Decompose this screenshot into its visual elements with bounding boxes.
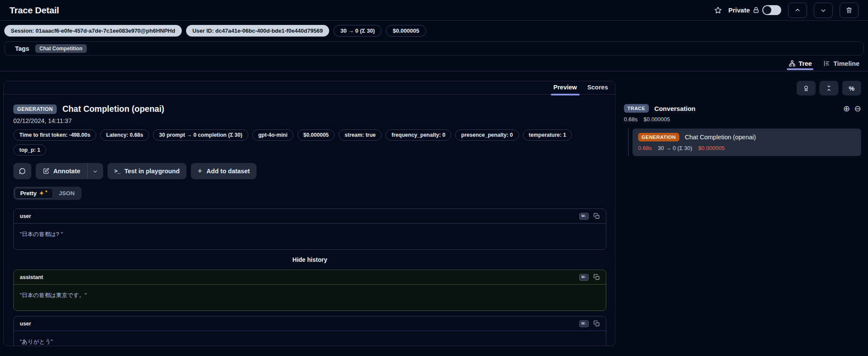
generation-node-selected[interactable]: GENERATION Chat Completion (openai) 0.68… xyxy=(633,129,861,156)
annotate-label: Annotate xyxy=(53,168,80,175)
tags-container: Tags Chat Competition xyxy=(4,41,864,55)
generation-node-title: Chat Completion (openai) xyxy=(685,134,756,141)
copy-icon[interactable] xyxy=(593,213,600,219)
message-user-1: user M↓ "日本の首都は? " xyxy=(13,209,606,250)
markdown-toggle-icon[interactable]: M↓ xyxy=(579,213,589,220)
chevron-down-icon xyxy=(92,169,98,174)
observation-header: GENERATION Chat Completion (openai) xyxy=(13,104,605,114)
sparkles-icon: ✦ xyxy=(45,190,48,193)
tags-label: Tags xyxy=(15,45,29,52)
timeline-icon xyxy=(823,60,830,67)
message-content: "日本の首都は? " xyxy=(14,224,606,249)
tab-timeline-label: Timeline xyxy=(833,60,859,67)
page-title: Trace Detail xyxy=(9,5,59,15)
chevron-up-icon xyxy=(794,7,801,14)
message-role: assistant xyxy=(20,274,43,280)
lock-icon xyxy=(752,6,760,14)
observation-title: Chat Completion (openai) xyxy=(62,104,164,114)
session-badge[interactable]: Session: 01aaacf6-e0fe-457d-a7de-7c1ee08… xyxy=(4,25,182,37)
tree-indent-guide: GENERATION Chat Completion (openai) 0.68… xyxy=(628,129,861,156)
tab-preview[interactable]: Preview xyxy=(553,84,577,94)
next-trace-button[interactable] xyxy=(814,3,833,18)
playground-label: Test in playground xyxy=(124,168,180,175)
comments-button[interactable] xyxy=(13,163,31,179)
observation-metric-badges: Time to first token: -498.00s Latency: 0… xyxy=(13,129,593,156)
metric-badge: top_p: 1 xyxy=(13,144,46,156)
node-cost: $0.000005 xyxy=(698,145,724,151)
copy-icon[interactable] xyxy=(593,274,600,280)
metric-badge: stream: true xyxy=(339,129,382,141)
trace-meta-row: Session: 01aaacf6-e0fe-457d-a7de-7c1ee08… xyxy=(0,21,868,40)
message-header: user M↓ xyxy=(14,209,606,224)
metric-badge: Time to first token: -498.00s xyxy=(13,129,96,141)
add-to-dataset-button[interactable]: + Add to dataset xyxy=(191,163,257,179)
edit-icon xyxy=(43,168,49,175)
visibility-control: Private xyxy=(728,5,781,15)
user-id-badge[interactable]: User ID: dc47a41e-06bc-400d-bde1-f0e440d… xyxy=(186,25,330,37)
node-tokens: 30 → 0 (Σ 30) xyxy=(658,145,692,151)
tree-icon xyxy=(789,60,796,67)
tab-scores-label: Scores xyxy=(587,84,608,91)
test-in-playground-button[interactable]: >_ Test in playground xyxy=(107,163,186,179)
tab-preview-label: Preview xyxy=(553,84,577,91)
token-usage-badge: 30 → 0 (Σ 30) xyxy=(333,25,382,37)
message-role: user xyxy=(20,321,31,327)
tab-tree-label: Tree xyxy=(799,60,812,67)
format-json-segment[interactable]: JSON xyxy=(53,188,80,199)
previous-trace-button[interactable] xyxy=(788,3,807,18)
trace-cost: $0.000005 xyxy=(644,116,670,123)
format-toggle: Pretty ✦ ✦ JSON xyxy=(13,187,82,200)
action-buttons-row: Annotate >_ Test in playground + Add to … xyxy=(13,163,605,179)
message-content: "ありがとう" xyxy=(14,331,606,346)
comment-bubble-icon xyxy=(18,167,26,175)
cost-badge: $0.000005 xyxy=(386,25,426,37)
tag-chip[interactable]: Chat Competition xyxy=(35,44,87,53)
observation-timestamp: 02/12/2024, 14:11:37 xyxy=(13,117,605,124)
markdown-toggle-icon[interactable]: M↓ xyxy=(579,320,589,327)
expand-all-icon[interactable]: ⊕ xyxy=(843,104,850,113)
message-content: "日本の首都は東京です。" xyxy=(14,285,606,310)
percent-icon: % xyxy=(849,85,854,92)
generation-type-badge: GENERATION xyxy=(638,133,679,141)
node-latency: 0.68s xyxy=(638,145,652,151)
markdown-toggle-icon[interactable]: M↓ xyxy=(579,274,589,281)
trace-tree-panel: % TRACE Conversation ⊕ ⊖ 0.68s $0.000005… xyxy=(615,81,865,347)
active-tab-underline xyxy=(551,94,580,95)
bookmark-star-icon[interactable] xyxy=(714,6,722,15)
message-list: user M↓ "日本の首都は? " Hide history assistan… xyxy=(13,209,606,346)
metric-badge: Latency: 0.68s xyxy=(100,129,149,141)
delete-trace-button[interactable] xyxy=(840,3,859,18)
trace-type-badge: TRACE xyxy=(624,104,649,113)
copy-icon[interactable] xyxy=(593,320,600,327)
visibility-toggle[interactable] xyxy=(762,5,781,15)
chevron-down-icon xyxy=(820,7,827,14)
metrics-toggle-button[interactable]: % xyxy=(842,81,861,95)
annotate-dropdown-button[interactable] xyxy=(88,163,103,179)
observation-panel: Preview Scores GENERATION Chat Completio… xyxy=(3,81,615,346)
sparkles-icon: ✦ xyxy=(39,190,44,196)
trace-tree-root[interactable]: TRACE Conversation ⊕ ⊖ xyxy=(624,104,861,113)
metric-badge: $0.000005 xyxy=(297,129,335,141)
trace-stats: 0.68s $0.000005 xyxy=(624,116,861,123)
tab-tree[interactable]: Tree xyxy=(789,60,812,71)
visibility-label: Private xyxy=(728,6,750,14)
message-header: user M↓ xyxy=(14,316,606,331)
page-header: Trace Detail Private xyxy=(0,0,868,21)
tree-panel-controls: % xyxy=(624,81,861,95)
message-user-2: user M↓ "ありがとう" xyxy=(13,316,606,346)
collapse-all-button[interactable] xyxy=(819,81,838,95)
tab-timeline[interactable]: Timeline xyxy=(823,60,859,71)
add-to-dataset-label: Add to dataset xyxy=(207,168,250,175)
annotate-split-button: Annotate xyxy=(36,163,103,179)
collapse-all-icon[interactable]: ⊖ xyxy=(854,104,861,113)
annotate-button[interactable]: Annotate xyxy=(36,163,87,179)
hide-history-link[interactable]: Hide history xyxy=(13,256,606,263)
format-pretty-segment[interactable]: Pretty ✦ ✦ xyxy=(15,188,53,199)
tab-scores[interactable]: Scores xyxy=(587,84,608,94)
scores-toggle-button[interactable] xyxy=(797,81,816,95)
metric-badge: gpt-4o-mini xyxy=(252,129,293,141)
metric-badge: temperature: 1 xyxy=(523,129,572,141)
generation-type-badge: GENERATION xyxy=(13,104,57,114)
trash-icon xyxy=(846,6,853,14)
metric-badge: 30 prompt → 0 completion (Σ 30) xyxy=(153,129,248,141)
